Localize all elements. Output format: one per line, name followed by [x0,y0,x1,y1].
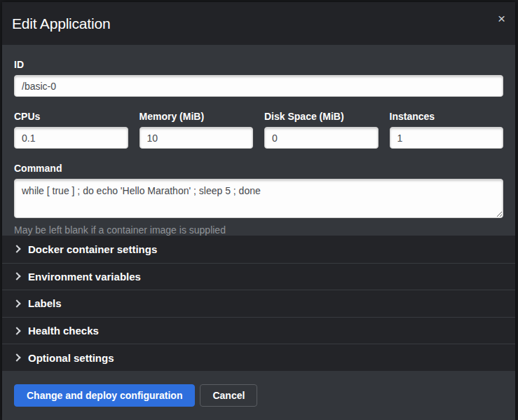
modal-header: Edit Application × [2,2,515,45]
chevron-right-icon [13,245,20,253]
section-labels[interactable]: Labels [2,290,515,317]
disk-label: Disk Space (MiB) [264,111,379,122]
instances-field-group: Instances [390,111,504,149]
section-label: Health checks [28,325,99,337]
section-label: Labels [28,297,62,309]
memory-field-group: Memory (MiB) [139,111,254,149]
section-environment-variables[interactable]: Environment variables [2,263,515,290]
command-textarea[interactable]: while [ true ] ; do echo 'Hello Marathon… [14,179,503,218]
change-and-deploy-button[interactable]: Change and deploy configuration [14,384,195,407]
cancel-button[interactable]: Cancel [200,384,257,407]
instances-input[interactable] [390,127,504,149]
chevron-right-icon [13,354,20,362]
memory-input[interactable] [139,127,254,149]
section-label: Environment variables [28,271,141,283]
chevron-right-icon [13,299,20,307]
cpus-label: CPUs [14,111,128,122]
resource-field-row: CPUs Memory (MiB) Disk Space (MiB) Insta… [14,111,503,149]
cpus-field-group: CPUs [14,111,128,149]
cpus-input[interactable] [14,127,128,149]
chevron-right-icon [13,327,20,334]
command-field-group: Command while [ true ] ; do echo 'Hello … [14,163,503,236]
command-help-text: May be left blank if a container image i… [14,224,503,236]
disk-input[interactable] [264,127,379,149]
edit-application-modal: Edit Application × ID CPUs Memory (MiB) … [2,2,515,420]
chevron-right-icon [13,273,20,280]
modal-footer: Change and deploy configuration Cancel [2,371,515,420]
accordion-sections: Docker container settings Environment va… [2,236,515,371]
section-health-checks[interactable]: Health checks [2,317,515,344]
instances-label: Instances [390,111,504,122]
close-icon[interactable]: × [498,12,505,25]
command-label: Command [14,163,503,174]
section-docker-container-settings[interactable]: Docker container settings [2,236,515,263]
section-optional-settings[interactable]: Optional settings [2,344,515,371]
id-field-group: ID [14,59,503,97]
modal-title: Edit Application [12,15,110,32]
modal-form: ID CPUs Memory (MiB) Disk Space (MiB) In… [2,45,515,236]
section-label: Docker container settings [28,243,157,255]
memory-label: Memory (MiB) [139,111,254,122]
disk-field-group: Disk Space (MiB) [264,111,379,149]
id-label: ID [14,59,503,70]
section-label: Optional settings [28,352,114,364]
id-input[interactable] [14,75,503,97]
